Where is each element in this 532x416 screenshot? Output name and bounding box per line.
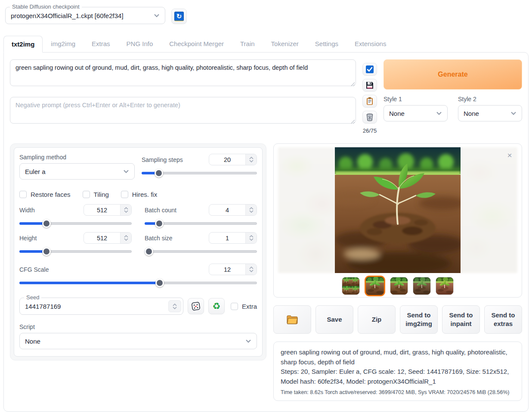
dice-icon [191, 301, 201, 311]
stepper-buttons[interactable] [120, 233, 131, 243]
prompt-tools: 26/75 [362, 59, 377, 134]
checkpoint-select[interactable]: Stable Diffusion checkpoint protogenX34O… [5, 7, 165, 24]
style1-label: Style 1 [384, 96, 448, 102]
send-to-inpaint-button[interactable]: Send to inpaint [442, 305, 480, 334]
batch-count-input[interactable] [209, 204, 257, 216]
seed-stepper[interactable] [168, 300, 181, 312]
result-gallery: × [273, 143, 522, 298]
width-slider[interactable] [19, 219, 132, 228]
checkmark-icon [365, 65, 374, 74]
floppy-disk-icon [365, 81, 374, 90]
open-folder-button[interactable] [273, 305, 311, 334]
batch-size-slider[interactable] [145, 247, 257, 256]
info-prompt: green sapling rowing out of ground, mud,… [281, 348, 515, 367]
reuse-seed-button[interactable]: ♻ [208, 298, 225, 314]
prompt-input[interactable]: green sapling rowing out of ground, mud,… [10, 59, 356, 86]
batch-size-input[interactable] [209, 232, 257, 244]
width-input[interactable] [84, 204, 132, 216]
thumbnail-3[interactable] [390, 277, 408, 295]
style2-label: Style 2 [458, 96, 522, 102]
save-button[interactable]: Save [315, 305, 353, 334]
stepper-buttons[interactable] [245, 264, 257, 275]
checkpoint-value: protogenX34OfficialR_1.ckpt [60fe2f34] [11, 12, 154, 19]
height-slider[interactable] [19, 247, 132, 256]
stepper-buttons[interactable] [245, 233, 257, 243]
info-performance: Time taken: 8.62s Torch active/reserved:… [281, 389, 515, 396]
stepper-buttons[interactable] [245, 205, 257, 215]
save-style-button[interactable] [362, 79, 377, 92]
batch-size-label: Batch size [145, 235, 173, 242]
chevron-down-icon [510, 110, 517, 116]
extra-seed-checkbox[interactable]: Extra [231, 303, 257, 310]
gallery-ghost-right [455, 147, 517, 273]
hires-fix-checkbox[interactable]: Hires. fix [121, 191, 157, 198]
chevron-down-icon [123, 168, 129, 174]
paste-params-button[interactable] [362, 63, 377, 76]
checkbox-icon [231, 303, 238, 310]
sampling-method-select[interactable]: Euler a [19, 163, 135, 180]
tab-settings[interactable]: Settings [307, 35, 346, 52]
zip-button[interactable]: Zip [358, 305, 396, 334]
thumbnail-4[interactable] [413, 277, 431, 295]
trash-icon [365, 113, 374, 121]
thumbnail-grid[interactable] [342, 277, 360, 295]
script-label: Script [19, 323, 257, 330]
tab-checkpoint-merger[interactable]: Checkpoint Merger [161, 35, 232, 52]
style1-select[interactable]: None [384, 105, 448, 121]
tab-extras[interactable]: Extras [84, 35, 118, 52]
tab-extensions[interactable]: Extensions [346, 35, 394, 52]
script-select[interactable]: None [19, 333, 257, 349]
checkbox-icon [83, 191, 90, 198]
checkbox-icon [121, 191, 128, 198]
main-tabs: txt2img img2img Extras PNG Info Checkpoi… [3, 35, 529, 52]
tab-txt2img[interactable]: txt2img [3, 36, 43, 53]
generate-button[interactable]: Generate [384, 59, 522, 90]
height-input[interactable] [84, 232, 132, 244]
style2-select[interactable]: None [458, 105, 522, 121]
tab-train[interactable]: Train [232, 35, 263, 52]
gallery-ghost-left [278, 147, 341, 273]
negative-prompt-input[interactable] [10, 97, 356, 124]
cfg-scale-label: CFG Scale [19, 266, 49, 273]
tab-png-info[interactable]: PNG Info [118, 35, 161, 52]
chevron-down-icon [436, 110, 442, 116]
refresh-checkpoints-button[interactable]: ↻ [171, 9, 187, 24]
tab-img2img[interactable]: img2img [43, 35, 84, 52]
sampling-steps-input[interactable] [209, 154, 257, 165]
cfg-scale-input[interactable] [209, 264, 257, 275]
width-label: Width [19, 207, 35, 214]
refresh-icon: ↻ [174, 12, 184, 21]
restore-faces-checkbox[interactable]: Restore faces [19, 191, 71, 198]
folder-icon [287, 315, 298, 324]
thumbnail-selected[interactable] [365, 276, 385, 296]
stepper-buttons[interactable] [245, 154, 257, 165]
output-panel: × [273, 143, 522, 401]
sd-webui-app: Stable Diffusion checkpoint protogenX34O… [0, 0, 532, 416]
checkpoint-label: Stable Diffusion checkpoint [10, 3, 82, 10]
thumbnail-5[interactable] [436, 277, 454, 295]
seed-label: Seed [24, 294, 41, 301]
apply-style-button[interactable] [362, 95, 377, 108]
random-seed-button[interactable] [188, 298, 204, 314]
checkbox-icon [19, 191, 27, 198]
cfg-scale-slider[interactable] [19, 279, 257, 287]
height-label: Height [19, 235, 37, 242]
batch-count-label: Batch count [145, 207, 176, 214]
sampling-steps-slider[interactable] [142, 169, 257, 177]
clear-prompt-button[interactable] [362, 111, 377, 124]
token-counter: 26/75 [363, 127, 377, 134]
tiling-checkbox[interactable]: Tiling [83, 191, 109, 198]
close-gallery-button[interactable]: × [504, 149, 516, 161]
generation-info: green sapling rowing out of ground, mud,… [273, 341, 522, 401]
stepper-buttons[interactable] [120, 205, 131, 215]
header: Stable Diffusion checkpoint protogenX34O… [5, 7, 529, 24]
generated-image[interactable] [335, 147, 461, 273]
chevron-down-icon [154, 12, 160, 19]
seed-input[interactable]: Seed 1441787169 [19, 298, 183, 315]
sampling-method-label: Sampling method [19, 154, 135, 161]
tab-tokenizer[interactable]: Tokenizer [263, 35, 307, 52]
recycle-icon: ♻ [213, 301, 221, 311]
batch-count-slider[interactable] [145, 219, 257, 228]
send-to-extras-button[interactable]: Send to extras [484, 305, 522, 334]
send-to-img2img-button[interactable]: Send to img2img [400, 305, 438, 334]
